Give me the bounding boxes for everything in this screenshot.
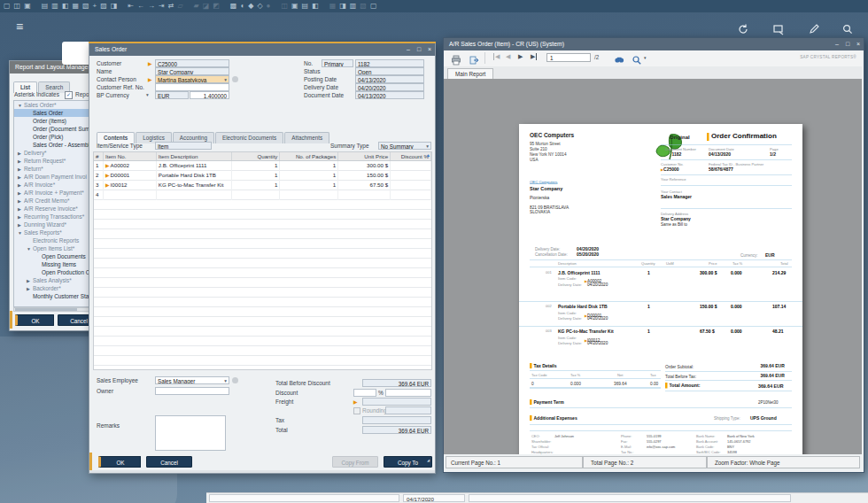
maximize-icon[interactable]: □ [414,43,424,56]
ok-button[interactable]: OK [15,314,54,326]
screen-capture-icon[interactable] [772,23,785,35]
exchange-rate-field[interactable]: 1.400000 [190,91,229,99]
col-header[interactable]: No. of Packages [280,152,338,160]
series-field[interactable]: Primary [322,59,353,67]
col-header[interactable]: # [94,152,104,160]
minimize-icon[interactable]: – [832,38,842,50]
menu-icon[interactable]: ≡ [16,19,23,34]
ok-button[interactable]: OK [98,456,141,468]
gross-profit-icon[interactable]: ◇ [257,0,262,12]
search-icon[interactable] [841,23,854,35]
col-header[interactable]: Quantity [232,152,281,160]
col-header[interactable]: Item Description [157,152,232,160]
base-document-icon[interactable]: ▩ [230,0,237,12]
copy-to-button[interactable]: Copy To◢ [384,456,432,468]
layout-icon[interactable]: ▢ [4,0,11,12]
settings-icon[interactable]: ▧ [360,0,367,12]
posting-date-field[interactable]: 04/13/2020 [355,75,424,83]
page-number-input[interactable]: 1 [546,53,591,62]
cancel-button[interactable]: Cancel [146,456,192,468]
customer-no-value[interactable]: ▶C25000 [661,167,679,173]
billto-link[interactable]: OEC Computers [530,180,558,184]
sales-employee-field[interactable]: Sales Manager▾ [155,376,229,384]
close-icon[interactable]: × [853,38,864,50]
summary-type-field[interactable]: No Summary▾ [378,142,431,150]
volume-weight-icon[interactable]: ● [267,0,271,12]
refresh-icon[interactable] [737,23,749,35]
previous-record-icon[interactable]: ← [137,0,144,12]
currency-field[interactable]: EUR [155,91,189,99]
next-page-icon[interactable]: ▶ [518,53,523,60]
filter-table-icon[interactable]: ◪ [203,0,210,12]
enter-query-icon[interactable]: ▱ [177,0,182,12]
edit-icon[interactable] [808,23,820,35]
grid-row[interactable]: 1 ▶A00002 J.B. Officeprint 1111 1 1 300.… [94,161,431,171]
window-titlebar[interactable]: A/R Sales Order (Item) - CR (US) (System… [444,38,864,50]
send-sms-icon[interactable]: ◧ [62,0,69,12]
customer-field[interactable]: C25000 [155,59,229,67]
grid-row[interactable]: 4 [94,190,431,200]
link-arrow-icon[interactable]: ▶ [105,163,110,168]
document-settings-icon[interactable]: ▤ [302,0,309,12]
launch-application-icon[interactable]: ◨ [111,0,118,12]
export-pdf-icon[interactable]: ▨ [100,0,107,12]
freight-field[interactable] [362,398,431,406]
item-service-type-field[interactable]: Item [155,142,212,150]
window-titlebar[interactable]: Sales Order [89,43,435,56]
help-icon[interactable]: ▢ [370,0,377,12]
tab[interactable]: Attachments [284,132,329,143]
sort-table-icon[interactable]: ◩ [213,0,220,12]
target-document-icon[interactable]: ◐ [240,0,244,12]
excel-report-icon[interactable]: ▦ [329,0,337,12]
analysis-icon[interactable]: ▣ [291,0,298,12]
last-record-icon[interactable]: ⇥ [159,0,165,12]
remarks-field[interactable] [155,415,226,451]
workflow-icon[interactable]: ▥ [350,0,357,12]
link-arrow-icon[interactable]: ▶ [105,182,110,188]
preview-area[interactable]: OEC Computers 95 Morton Street Suite 210… [444,79,862,454]
discount-percent-field[interactable] [353,389,376,397]
last-page-icon[interactable]: ▶ [531,53,537,60]
grid-row[interactable]: 2 ▶D00001 Portable Hard Disk 1TB 1 1 150… [94,171,431,181]
name-field[interactable]: Star Company [155,67,229,75]
transaction-journal-icon[interactable]: ◫ [281,0,288,12]
close-icon[interactable]: × [424,43,435,56]
docnum-field[interactable]: 1182 [355,59,424,67]
currency-caret-icon[interactable]: ▾ [146,92,149,97]
payment-means-icon[interactable]: ◆ [248,0,253,12]
pervasive-dashboard-icon[interactable]: ◧ [312,0,319,12]
col-header[interactable]: Unit Price [338,152,391,160]
link-arrow-icon[interactable]: ▶ [148,76,152,82]
maximize-icon[interactable]: □ [842,38,853,50]
lock-icon[interactable]: ▤ [42,0,49,12]
cancel-query-icon[interactable]: ▰ [194,0,199,12]
grid-row[interactable]: 3 ▶I00012 KG PC-to-Mac Transfer Kit 1 1 … [94,181,431,190]
link-arrow-icon[interactable]: ▶ [353,399,358,405]
link-arrow-icon[interactable]: ▶ [105,173,110,178]
owner-field[interactable] [155,387,229,395]
discount-amount-field[interactable] [385,389,431,397]
link-icon[interactable] [232,76,238,82]
col-header[interactable]: Item No. [104,152,157,160]
filter-icon[interactable]: ▲ [426,152,430,158]
scrollbar-thumb[interactable] [15,308,77,311]
send-email-icon[interactable]: ▥ [51,0,58,12]
report-checkbox[interactable]: ✓ [65,91,73,99]
export-excel-icon[interactable]: ▧ [82,0,89,12]
document-date-field[interactable]: 04/13/2020 [355,91,424,99]
delivery-date-field[interactable]: 04/20/2020 [355,83,424,91]
link-arrow-icon[interactable]: ▶ [148,60,152,66]
minimize-icon[interactable]: – [403,43,414,56]
tab[interactable]: Electronic Documents [215,132,283,143]
link-icon[interactable] [232,377,238,383]
send-fax-icon[interactable]: ▦ [72,0,79,12]
preview-icon[interactable]: ◫ [14,0,21,12]
customer-ref-field[interactable] [155,83,229,91]
first-record-icon[interactable]: ⇤ [128,0,134,12]
contact-field[interactable]: Martina Basatykova▾ [155,75,229,83]
messages-icon[interactable]: ◨ [339,0,346,12]
export-word-icon[interactable]: + [93,0,97,12]
zoom-dropdown-icon[interactable]: ▾ [644,55,647,60]
refresh-record-icon[interactable]: ⇄ [168,0,174,12]
next-record-icon[interactable]: → [148,0,155,12]
